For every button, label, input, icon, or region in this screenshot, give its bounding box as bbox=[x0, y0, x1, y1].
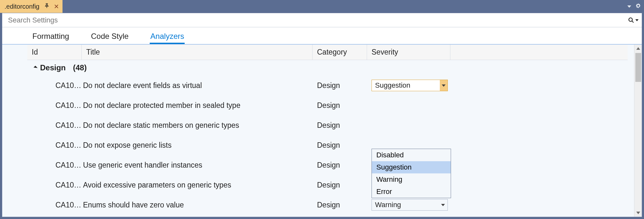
cell-category: Design bbox=[313, 81, 367, 90]
cell-id: CA10… bbox=[27, 101, 82, 110]
gear-icon[interactable] bbox=[636, 3, 641, 10]
cell-title: Avoid excessive parameters on generic ty… bbox=[82, 181, 313, 189]
option-label: Suggestion bbox=[376, 163, 412, 171]
scroll-up-button[interactable] bbox=[634, 45, 642, 52]
close-icon[interactable] bbox=[54, 3, 59, 10]
search-options-caret-icon[interactable] bbox=[635, 19, 639, 21]
severity-option-warning[interactable]: Warning bbox=[372, 173, 451, 186]
cell-id: CA10… bbox=[27, 141, 82, 150]
search-input[interactable] bbox=[8, 16, 628, 24]
table-row[interactable]: CA10…Avoid excessive parameters on gener… bbox=[27, 175, 634, 195]
column-header-category[interactable]: Category bbox=[313, 45, 367, 60]
scrollbar-track[interactable] bbox=[634, 52, 642, 209]
table-row[interactable]: CA10…Enums should have zero valueDesignW… bbox=[27, 195, 634, 215]
option-label: Warning bbox=[376, 175, 402, 183]
table-row[interactable]: CA10…Do not declare static members on ge… bbox=[27, 115, 634, 135]
cell-severity: Suggestion bbox=[367, 80, 450, 91]
severity-combobox[interactable]: Warning bbox=[372, 199, 448, 211]
cell-severity: Warning bbox=[367, 199, 450, 211]
severity-value: Warning bbox=[375, 201, 401, 209]
severity-combobox[interactable]: Suggestion bbox=[372, 80, 448, 91]
tab-label: Formatting bbox=[32, 32, 69, 40]
search-button[interactable] bbox=[628, 17, 639, 24]
cell-category: Design bbox=[313, 201, 367, 209]
cell-title: Enums should have zero value bbox=[82, 201, 313, 209]
cell-title: Do not declare protected member in seale… bbox=[82, 101, 313, 110]
column-label: Id bbox=[32, 48, 38, 57]
column-label: Title bbox=[86, 48, 100, 57]
table-row[interactable]: CA10…Use generic event handler instances… bbox=[27, 155, 634, 175]
cell-category: Design bbox=[313, 141, 367, 150]
combobox-caret-icon bbox=[441, 204, 445, 206]
settings-tabs: Formatting Code Style Analyzers bbox=[2, 27, 642, 45]
option-label: Disabled bbox=[376, 151, 404, 159]
vertical-scrollbar[interactable] bbox=[634, 45, 642, 217]
column-label: Category bbox=[317, 48, 347, 57]
grid-header: Id Title Category Severity bbox=[27, 45, 628, 60]
column-header-id[interactable]: Id bbox=[27, 45, 82, 60]
tab-analyzers[interactable]: Analyzers bbox=[146, 30, 188, 43]
severity-dropdown-popup: Disabled Suggestion Warning Error bbox=[372, 149, 451, 198]
tab-code-style[interactable]: Code Style bbox=[87, 30, 133, 43]
severity-option-error[interactable]: Error bbox=[372, 186, 451, 198]
cell-category: Design bbox=[313, 161, 367, 170]
severity-option-suggestion[interactable]: Suggestion bbox=[372, 161, 451, 173]
analyzer-grid: Id Title Category Severity Design (48) C… bbox=[2, 45, 634, 217]
group-header-design[interactable]: Design (48) bbox=[2, 60, 634, 75]
scrollbar-thumb[interactable] bbox=[635, 53, 641, 82]
cell-title: Do not declare static members on generic… bbox=[82, 121, 313, 130]
cell-category: Design bbox=[313, 121, 367, 130]
tab-label: Analyzers bbox=[150, 32, 184, 40]
combobox-caret-icon bbox=[440, 80, 447, 91]
cell-id: CA10… bbox=[27, 161, 82, 170]
table-row[interactable]: CA10…Do not declare event fields as virt… bbox=[27, 75, 634, 95]
tab-formatting[interactable]: Formatting bbox=[28, 30, 74, 43]
window-menu-caret-icon[interactable] bbox=[627, 5, 631, 8]
cell-category: Design bbox=[313, 181, 367, 189]
cell-title: Do not declare event fields as virtual bbox=[82, 81, 313, 90]
cell-id: CA10… bbox=[27, 181, 82, 189]
search-bar bbox=[2, 13, 642, 27]
expand-icon bbox=[34, 66, 38, 70]
column-header-severity[interactable]: Severity bbox=[367, 45, 450, 60]
table-row[interactable]: CA10…Do not declare protected member in … bbox=[27, 95, 634, 115]
cell-id: CA10… bbox=[27, 201, 82, 209]
titlebar: .editorconfig bbox=[0, 0, 644, 13]
group-name: Design bbox=[40, 63, 66, 72]
chevron-down-icon bbox=[636, 212, 640, 214]
column-header-empty bbox=[450, 45, 628, 60]
pin-icon[interactable] bbox=[44, 3, 50, 10]
document-tab[interactable]: .editorconfig bbox=[0, 0, 63, 13]
column-header-title[interactable]: Title bbox=[82, 45, 313, 60]
severity-option-disabled[interactable]: Disabled bbox=[372, 149, 451, 161]
svg-point-0 bbox=[629, 18, 632, 21]
cell-category: Design bbox=[313, 101, 367, 110]
column-label: Severity bbox=[372, 48, 398, 57]
cell-title: Do not expose generic lists bbox=[82, 141, 313, 150]
option-label: Error bbox=[376, 188, 392, 196]
cell-id: CA10… bbox=[27, 121, 82, 130]
table-row[interactable]: CA10…Do not expose generic listsDesign bbox=[27, 135, 634, 155]
severity-value: Suggestion bbox=[375, 81, 410, 90]
tab-label: Code Style bbox=[91, 32, 129, 40]
document-tab-label: .editorconfig bbox=[4, 3, 39, 10]
cell-title: Use generic event handler instances bbox=[82, 161, 313, 170]
cell-id: CA10… bbox=[27, 81, 82, 90]
chevron-up-icon bbox=[636, 47, 640, 50]
scroll-down-button[interactable] bbox=[634, 209, 642, 217]
group-count: (48) bbox=[73, 63, 87, 72]
editor-panel: Formatting Code Style Analyzers Id Title… bbox=[2, 13, 642, 217]
